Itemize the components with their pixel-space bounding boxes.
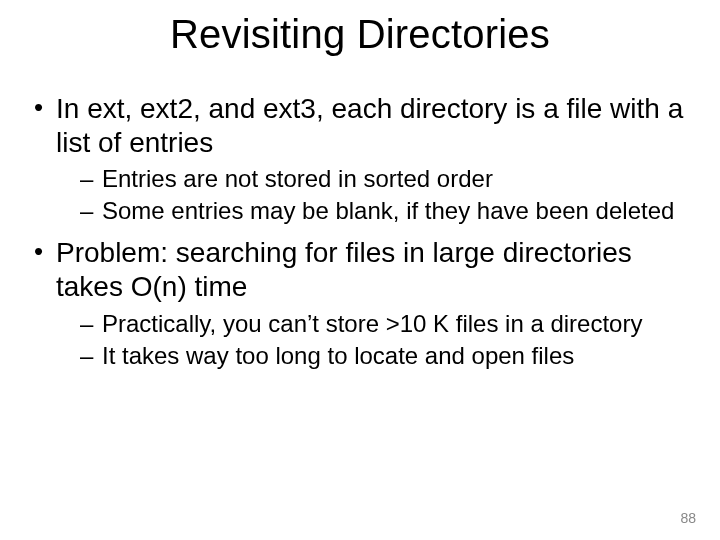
sub-bullet-item: Practically, you can’t store >10 K files… xyxy=(56,309,690,339)
page-number: 88 xyxy=(680,510,696,526)
sub-bullet-item: Entries are not stored in sorted order xyxy=(56,164,690,194)
sub-bullet-text: Entries are not stored in sorted order xyxy=(102,165,493,192)
bullet-text: In ext, ext2, and ext3, each directory i… xyxy=(56,93,683,158)
bullet-list: In ext, ext2, and ext3, each directory i… xyxy=(30,92,690,371)
sub-bullet-list: Practically, you can’t store >10 K files… xyxy=(56,309,690,371)
sub-bullet-text: Practically, you can’t store >10 K files… xyxy=(102,310,642,337)
bullet-item: Problem: searching for files in large di… xyxy=(30,236,690,370)
sub-bullet-text: It takes way too long to locate and open… xyxy=(102,342,574,369)
slide-body: In ext, ext2, and ext3, each directory i… xyxy=(30,92,690,381)
slide-title: Revisiting Directories xyxy=(0,12,720,57)
sub-bullet-text: Some entries may be blank, if they have … xyxy=(102,197,674,224)
sub-bullet-item: Some entries may be blank, if they have … xyxy=(56,196,690,226)
bullet-text: Problem: searching for files in large di… xyxy=(56,237,632,302)
sub-bullet-item: It takes way too long to locate and open… xyxy=(56,341,690,371)
bullet-item: In ext, ext2, and ext3, each directory i… xyxy=(30,92,690,226)
sub-bullet-list: Entries are not stored in sorted order S… xyxy=(56,164,690,226)
slide: Revisiting Directories In ext, ext2, and… xyxy=(0,0,720,540)
